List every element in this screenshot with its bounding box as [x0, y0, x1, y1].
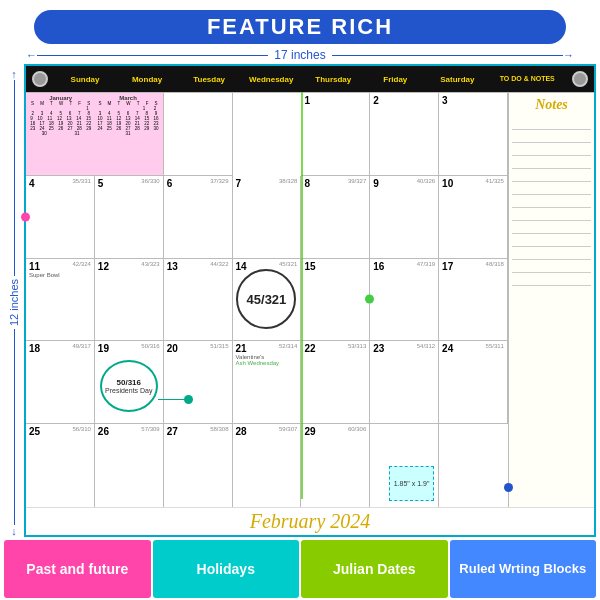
feature-tags-row: Past and future Holidays Julian Dates Ru… [4, 540, 596, 598]
cell-26: 2657/309 [95, 424, 164, 507]
cell-11: 1142/324 Super Bowl [26, 259, 95, 342]
header-notes: TO DO & NOTES [488, 75, 566, 84]
mini-cal-mar: March SMTWTFS 12 3456789 10111213141516 … [95, 95, 160, 173]
notes-title: Notes [512, 97, 591, 113]
date-4: 4 [29, 178, 35, 189]
width-dimension-row: ← 17 inches → [4, 46, 596, 64]
mini-dim-box: 1.85" x 1.9" [389, 466, 434, 501]
cell-24: 2455/311 [439, 341, 508, 424]
cell-14: 1445/321 45/321 [233, 259, 302, 342]
julian-circle-label: 45/321 [247, 292, 287, 307]
green-dot-15 [365, 295, 374, 304]
cell-4: 435/331 [26, 176, 95, 259]
month-title-bar: February 2024 [26, 507, 594, 535]
cell-23: 2354/312 [370, 341, 439, 424]
header-tuesday: Tuesday [178, 75, 240, 84]
julian-circle: 45/321 [236, 269, 296, 329]
cell-12: 1243/323 [95, 259, 164, 342]
cell-9: 940/326 [370, 176, 439, 259]
cell-6: 637/329 [164, 176, 233, 259]
pin-left [32, 71, 48, 87]
presidents-arrow-dot [184, 395, 193, 404]
calendar-header: Sunday Monday Tuesday Wednesday Thursday… [26, 66, 594, 92]
cell-r0c5: 2 [370, 93, 439, 176]
tag-label-2: Julian Dates [333, 561, 415, 577]
date-1: 1 [304, 95, 310, 106]
cell-28: 2859/307 [233, 424, 302, 507]
presidents-julian: 50/316 [117, 378, 141, 387]
cell-27: 2758/308 [164, 424, 233, 507]
page-root: FEATURE RICH ← 17 inches → ↑ 12 inches ↓… [0, 0, 600, 600]
width-arrow-right: → [563, 49, 574, 61]
mini-cal-jan: January SMTWTFS 1 2345678 9101112131415 … [28, 95, 93, 173]
cell-cyan-box: 1.85" x 1.9" [370, 424, 439, 507]
header-saturday: Saturday [426, 75, 488, 84]
cell-21: 2152/314 Valentine's Ash Wednesday [233, 341, 302, 424]
feature-tag-past-future: Past and future [4, 540, 151, 598]
tag-label-1: Holidays [197, 561, 255, 577]
cell-29: 2960/306 [301, 424, 370, 507]
pin-right [572, 71, 588, 87]
cell-r0c4: 1 [301, 93, 370, 176]
tag-label-3: Ruled Wrting Blocks [459, 561, 586, 577]
feature-tag-julian: Julian Dates [301, 540, 448, 598]
cell-r0c6: 3 [439, 93, 508, 176]
header-thursday: Thursday [302, 75, 364, 84]
banner-text: FEATURE RICH [207, 14, 393, 39]
date-2: 2 [373, 95, 379, 106]
cell-22: 2253/313 [301, 341, 370, 424]
header-wednesday: Wednesday [240, 75, 302, 84]
mini-box-label: 1.85" x 1.9" [394, 480, 430, 487]
blue-dot [504, 483, 513, 492]
cell-17: 1748/318 [439, 259, 508, 342]
mini-cal-cell: January SMTWTFS 1 2345678 9101112131415 … [26, 93, 164, 176]
width-arrow-left: ← [26, 49, 37, 61]
height-dimension-col: ↑ 12 inches ↓ [4, 64, 24, 537]
width-label: 17 inches [268, 48, 331, 62]
calendar-outer: Sunday Monday Tuesday Wednesday Thursday… [24, 64, 596, 537]
width-arrow-line [37, 55, 268, 56]
feature-rich-banner: FEATURE RICH [34, 10, 566, 44]
cell-15: 15 [301, 259, 370, 342]
width-arrow-line2 [332, 55, 563, 56]
cell-r4c6 [439, 424, 508, 507]
height-label: 12 inches [8, 276, 20, 329]
cell-16: 1647/319 [370, 259, 439, 342]
cell-7: 738/328 [233, 176, 302, 259]
date-3: 3 [442, 95, 448, 106]
cell-19: 1950/316 50/316 Presidents Day [95, 341, 164, 424]
cell-5: 536/330 [95, 176, 164, 259]
notes-column: Notes [508, 93, 594, 507]
header-sunday: Sunday [54, 75, 116, 84]
cell-18: 1849/317 [26, 341, 95, 424]
presidents-label: Presidents Day [105, 387, 152, 395]
notes-ruled-lines [512, 117, 591, 503]
presidents-circle: 50/316 Presidents Day [100, 360, 158, 412]
superbowl-label: Super Bowl [29, 272, 91, 278]
month-title: February 2024 [26, 510, 594, 533]
calendar-grid: January SMTWTFS 1 2345678 9101112131415 … [26, 92, 594, 507]
cell-8: 839/327 [301, 176, 370, 259]
pink-dot [21, 212, 30, 221]
header-friday: Friday [364, 75, 426, 84]
cell-13: 1344/322 [164, 259, 233, 342]
feature-tag-ruled: Ruled Wrting Blocks [450, 540, 597, 598]
cell-10: 1041/325 [439, 176, 508, 259]
tag-label-0: Past and future [26, 561, 128, 577]
header-monday: Monday [116, 75, 178, 84]
cell-r0c3 [164, 93, 233, 176]
header-days-row: Sunday Monday Tuesday Wednesday Thursday… [54, 75, 566, 84]
main-area: ↑ 12 inches ↓ Sunday Monday Tuesday Wedn… [4, 64, 596, 537]
ash-wednesday-label2: Ash Wednesday [236, 360, 298, 366]
cell-25: 2556/310 [26, 424, 95, 507]
feature-tag-holidays: Holidays [153, 540, 300, 598]
cell-20: 2051/315 [164, 341, 233, 424]
